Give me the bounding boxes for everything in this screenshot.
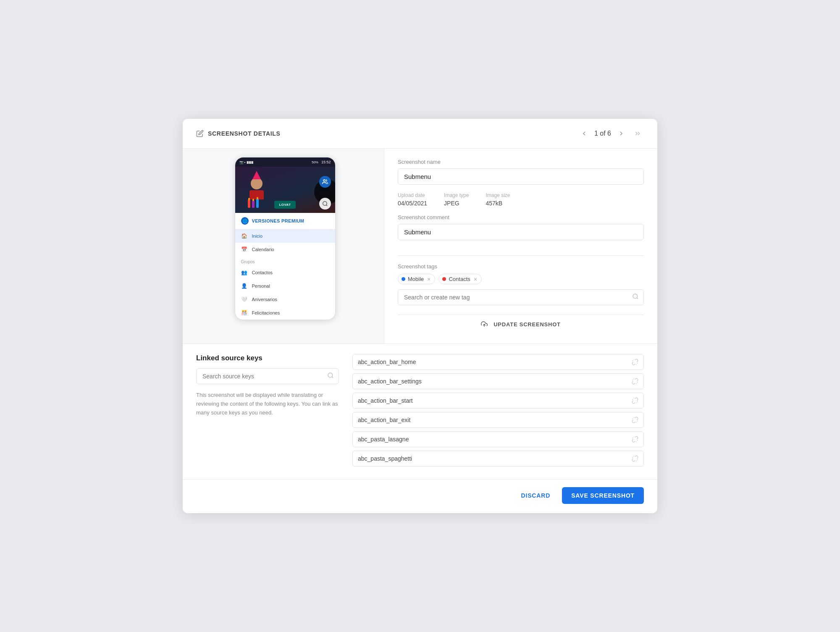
key-unlink-5[interactable] [632,455,638,462]
upload-date-item: Upload date 04/05/2021 [398,192,427,207]
personal-icon: 👤 [241,283,248,289]
nav-inicio-label: Inicio [252,233,263,239]
home-icon: 🏠 [241,233,248,239]
keys-list: abc_action_bar_home abc_action_bar_setti… [352,354,644,467]
key-unlink-0[interactable] [632,359,638,365]
gift-icon: 🎊 [241,309,248,316]
screenshot-name-input[interactable] [398,168,644,185]
key-text-5: abc_pasta_spaghetti [358,455,632,462]
modal-container: SCREENSHOT DETAILS 1 of 6 📷 ▪ ▮▮▮▮ [183,119,657,513]
phone-nav-felicitaciones[interactable]: 🎊 Felicitaciones [235,306,335,320]
tag-search-input[interactable] [398,289,644,305]
tags-list: Mobile × Contacts × [398,274,644,284]
pagination: 1 of 6 [594,130,611,137]
phone-fab-button[interactable] [319,176,331,188]
prev-button[interactable] [578,128,590,139]
phone-groups-label: Grupos [235,256,335,266]
phone-menu: 🌐 VERSIONES PREMIUM 🏠 Inicio 📅 Calendari… [235,213,335,320]
search-keys-icon [327,372,334,380]
phone-premium-row[interactable]: 🌐 VERSIONES PREMIUM [235,213,335,229]
tag-mobile-label: Mobile [408,276,424,282]
meta-row: Upload date 04/05/2021 Image type JPEG I… [398,192,644,207]
key-item-4: abc_pasta_lasagne [352,431,644,447]
heart-icon: 🤍 [241,296,248,303]
key-text-1: abc_action_bar_settings [358,378,632,385]
tag-search-icon [632,293,639,302]
tag-contacts-label: Contacts [449,276,470,282]
svg-point-0 [323,202,326,205]
key-unlink-4[interactable] [632,436,638,443]
image-type-label: Image type [444,192,469,198]
nav-felicitaciones-label: Felicitaciones [252,310,280,315]
modal-header: SCREENSHOT DETAILS 1 of 6 [183,119,657,149]
update-screenshot-button[interactable]: UPDATE SCREENSHOT [398,315,644,333]
svg-line-4 [637,298,638,299]
edit-icon [196,130,204,137]
discard-button[interactable]: DISCARD [514,488,557,503]
linked-keys-section: Linked source keys This screenshot will … [196,354,339,467]
key-item-3: abc_action_bar_exit [352,412,644,428]
next-button[interactable] [615,128,627,139]
tag-contacts: Contacts × [438,274,482,284]
name-label: Screenshot name [398,159,644,165]
svg-point-6 [328,373,333,378]
phone-nav-calendario[interactable]: 📅 Calendario [235,243,335,256]
svg-line-7 [332,377,333,378]
phone-status-bar: 📷 ▪ ▮▮▮▮ 50% 15:52 [235,157,335,167]
tag-mobile-remove[interactable]: × [427,276,430,282]
phone-mockup: 📷 ▪ ▮▮▮▮ 50% 15:52 [235,157,336,320]
party-hat [252,171,261,179]
image-type-value: JPEG [444,200,469,207]
linked-keys-title: Linked source keys [196,354,339,362]
premium-icon: 🌐 [241,217,249,225]
key-unlink-2[interactable] [632,397,638,404]
tags-label: Screenshot tags [398,263,644,270]
details-panel: Screenshot name Upload date 04/05/2021 I… [384,149,657,344]
svg-point-2 [323,180,325,182]
image-size-label: Image size [486,192,510,198]
nav-calendario-label: Calendario [252,247,274,252]
screenshot-comment-input[interactable] [398,224,644,240]
key-text-0: abc_action_bar_home [358,359,632,365]
nav-personal-label: Personal [252,283,270,288]
skip-end-button[interactable] [631,128,644,139]
key-item-1: abc_action_bar_settings [352,373,644,389]
search-keys-input[interactable] [196,368,339,384]
tags-section: Screenshot tags Mobile × Contacts × [398,263,644,305]
phone-status-icons: 50% 15:52 [312,160,331,164]
phone-save-label: LOVAT [274,201,296,209]
svg-point-3 [633,294,638,299]
premium-label: VERSIONES PREMIUM [252,218,304,223]
nav-aniversarios-label: Aniversarios [252,297,278,302]
bottom-flex: Linked source keys This screenshot will … [196,354,644,467]
save-screenshot-button[interactable]: SAVE SCREENSHOT [562,487,644,504]
modal-footer: DISCARD SAVE SCREENSHOT [183,479,657,513]
linked-keys-description: This screenshot will be displayed while … [196,391,339,417]
phone-time: 15:52 [321,160,331,164]
screenshot-preview-panel: 📷 ▪ ▮▮▮▮ 50% 15:52 [183,149,384,344]
comment-label: Screenshot comment [398,214,644,220]
photo-search-button[interactable] [319,198,331,210]
modal-bottom: Linked source keys This screenshot will … [183,344,657,479]
calendar-icon: 📅 [241,246,248,253]
upload-date-label: Upload date [398,192,427,198]
header-left: SCREENSHOT DETAILS [196,130,281,137]
key-unlink-3[interactable] [632,417,638,423]
key-unlink-1[interactable] [632,378,638,385]
phone-nav-inicio[interactable]: 🏠 Inicio [235,229,335,243]
image-size-value: 457kB [486,200,510,207]
phone-carrier: 📷 ▪ ▮▮▮▮ [239,160,253,164]
search-keys-wrapper [196,368,339,384]
phone-nav-personal[interactable]: 👤 Personal [235,279,335,293]
svg-line-1 [326,205,327,206]
image-size-item: Image size 457kB [486,192,510,207]
nav-contactos-label: Contactos [252,270,273,275]
modal-title: SCREENSHOT DETAILS [208,130,281,137]
birthday-candles [248,199,259,208]
phone-nav-contactos[interactable]: 👥 Contactos [235,266,335,279]
child-head [251,178,262,189]
tag-contacts-remove[interactable]: × [474,276,477,282]
phone-nav-aniversarios[interactable]: 🤍 Aniversarios [235,293,335,306]
key-text-4: abc_pasta_lasagne [358,436,632,443]
upload-date-value: 04/05/2021 [398,200,427,207]
